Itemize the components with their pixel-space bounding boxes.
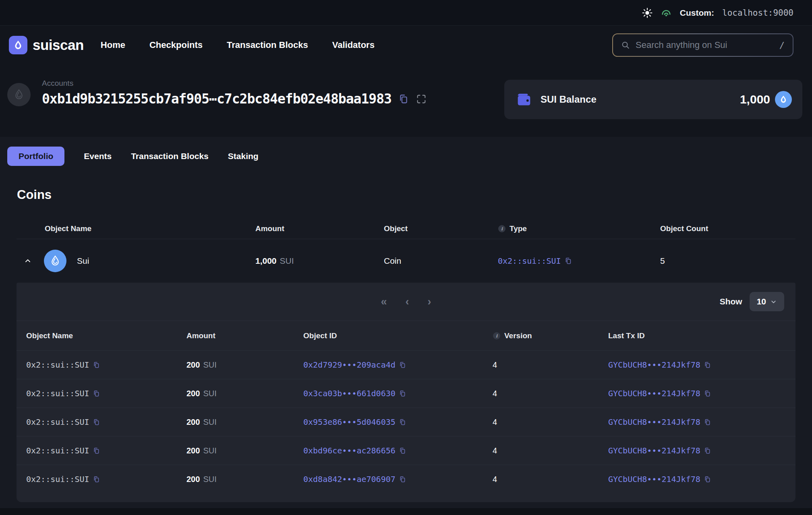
network-endpoint[interactable]: localhost:9000 bbox=[722, 8, 793, 18]
copy-type-icon[interactable] bbox=[564, 257, 572, 265]
last-tx-link[interactable]: GYCbUCH8•••214Jkf78 bbox=[608, 446, 700, 455]
next-page-button[interactable]: › bbox=[428, 296, 431, 307]
page-size-value: 10 bbox=[757, 297, 766, 306]
nav-home[interactable]: Home bbox=[101, 40, 125, 50]
copy-object-id-icon[interactable] bbox=[399, 390, 406, 397]
copy-object-type-icon[interactable] bbox=[93, 361, 100, 369]
version-info-icon[interactable]: i bbox=[493, 332, 501, 340]
object-version: 4 bbox=[493, 389, 608, 398]
nav-validators[interactable]: Validators bbox=[332, 40, 375, 50]
object-amount-unit: SUI bbox=[203, 389, 216, 398]
sui-drop-icon bbox=[13, 40, 23, 50]
nav-transaction-blocks[interactable]: Transaction Blocks bbox=[227, 40, 308, 50]
network-signal-icon[interactable] bbox=[661, 7, 672, 19]
top-section: Custom: localhost:9000 suiscan Home Chec… bbox=[0, 0, 812, 137]
coin-object-count: 5 bbox=[660, 256, 795, 266]
col-object-count: Object Count bbox=[660, 224, 795, 233]
copy-last-tx-icon[interactable] bbox=[704, 476, 711, 483]
object-row: 0x2::sui::SUI 200SUI 0x2d7929•••209aca4d… bbox=[17, 350, 795, 379]
coin-row-sui: Sui 1,000SUI Coin 0x2::sui::SUI 5 bbox=[17, 239, 795, 283]
object-amount: 200 bbox=[186, 360, 200, 369]
last-tx-link[interactable]: GYCbUCH8•••214Jkf78 bbox=[608, 360, 700, 370]
object-amount: 200 bbox=[186, 418, 200, 426]
prev-page-button[interactable]: ‹ bbox=[406, 296, 409, 307]
col-amount: Amount bbox=[255, 224, 384, 233]
type-info-icon[interactable]: i bbox=[498, 225, 506, 233]
balance-label: SUI Balance bbox=[541, 94, 597, 105]
object-id-link[interactable]: 0x953e86•••5d046035 bbox=[303, 417, 396, 427]
tab-transaction-blocks[interactable]: Transaction Blocks bbox=[131, 151, 209, 161]
main-content: Portfolio Events Transaction Blocks Stak… bbox=[0, 137, 812, 515]
copy-address-icon[interactable] bbox=[398, 93, 409, 105]
chevron-down-icon bbox=[770, 298, 777, 305]
object-amount-unit: SUI bbox=[203, 360, 216, 369]
coin-object-kind: Coin bbox=[384, 256, 498, 266]
object-amount: 200 bbox=[186, 475, 200, 484]
wallet-icon bbox=[515, 90, 533, 109]
account-tabs: Portfolio Events Transaction Blocks Stak… bbox=[0, 137, 812, 166]
search-input[interactable] bbox=[636, 40, 774, 50]
coin-amount-unit: SUI bbox=[280, 256, 294, 265]
account-avatar bbox=[7, 83, 31, 106]
network-label[interactable]: Custom: bbox=[680, 8, 714, 18]
object-id-link[interactable]: 0x2d7929•••209aca4d bbox=[303, 360, 396, 370]
header: suiscan Home Checkpoints Transaction Blo… bbox=[0, 26, 812, 64]
tab-portfolio[interactable]: Portfolio bbox=[7, 147, 64, 166]
coin-type-link[interactable]: 0x2::sui::SUI bbox=[498, 256, 561, 266]
topbar: Custom: localhost:9000 bbox=[0, 0, 812, 26]
last-tx-link[interactable]: GYCbUCH8•••214Jkf78 bbox=[608, 417, 700, 427]
object-amount-unit: SUI bbox=[203, 418, 216, 426]
tab-events[interactable]: Events bbox=[84, 151, 112, 161]
last-tx-link[interactable]: GYCbUCH8•••214Jkf78 bbox=[608, 474, 700, 484]
object-row: 0x2::sui::SUI 200SUI 0xd8a842•••ae706907… bbox=[17, 465, 795, 493]
copy-object-type-icon[interactable] bbox=[93, 418, 100, 426]
page-size-select[interactable]: 10 bbox=[750, 292, 784, 311]
first-page-button[interactable]: « bbox=[381, 296, 387, 307]
col-object-name: Object Name bbox=[26, 331, 186, 340]
search-icon bbox=[621, 41, 630, 50]
object-version: 4 bbox=[493, 360, 608, 370]
nav-checkpoints[interactable]: Checkpoints bbox=[149, 40, 203, 50]
theme-sun-icon[interactable] bbox=[642, 8, 652, 18]
balance-value: 1,000 bbox=[740, 93, 770, 106]
object-amount-unit: SUI bbox=[203, 475, 216, 484]
copy-object-id-icon[interactable] bbox=[399, 447, 406, 455]
object-id-link[interactable]: 0xbd96ce•••ac286656 bbox=[303, 446, 396, 455]
object-type: 0x2::sui::SUI bbox=[26, 360, 89, 370]
copy-last-tx-icon[interactable] bbox=[704, 361, 711, 369]
coin-amount: 1,000 bbox=[255, 256, 277, 265]
copy-object-id-icon[interactable] bbox=[399, 476, 406, 483]
search-shortcut-hint: / bbox=[779, 40, 785, 50]
last-tx-link[interactable]: GYCbUCH8•••214Jkf78 bbox=[608, 389, 700, 398]
object-version: 4 bbox=[493, 475, 608, 484]
copy-last-tx-icon[interactable] bbox=[704, 447, 711, 455]
suiscan-logo[interactable] bbox=[9, 36, 27, 54]
copy-object-id-icon[interactable] bbox=[399, 361, 406, 369]
object-row: 0x2::sui::SUI 200SUI 0x3ca03b•••661d0630… bbox=[17, 379, 795, 407]
breadcrumb: Accounts bbox=[42, 79, 427, 88]
expand-address-icon[interactable] bbox=[416, 93, 427, 105]
sui-coin-icon bbox=[775, 91, 792, 108]
copy-object-type-icon[interactable] bbox=[93, 390, 100, 397]
object-id-link[interactable]: 0xd8a842•••ae706907 bbox=[303, 474, 396, 484]
sui-token-icon bbox=[44, 250, 66, 272]
copy-last-tx-icon[interactable] bbox=[704, 418, 711, 426]
copy-object-type-icon[interactable] bbox=[93, 447, 100, 455]
object-type: 0x2::sui::SUI bbox=[26, 474, 89, 484]
object-row: 0x2::sui::SUI 200SUI 0xbd96ce•••ac286656… bbox=[17, 436, 795, 465]
brand-name[interactable]: suiscan bbox=[33, 37, 84, 53]
collapse-chevron-icon[interactable] bbox=[17, 257, 39, 265]
object-id-link[interactable]: 0x3ca03b•••661d0630 bbox=[303, 389, 396, 398]
copy-object-type-icon[interactable] bbox=[93, 476, 100, 483]
object-amount: 200 bbox=[186, 446, 200, 455]
objects-table-header: Object Name Amount Object ID i Version L… bbox=[17, 321, 795, 350]
sui-balance-card: SUI Balance 1,000 bbox=[504, 80, 802, 119]
object-type: 0x2::sui::SUI bbox=[26, 417, 89, 427]
copy-object-id-icon[interactable] bbox=[399, 418, 406, 426]
col-version: Version bbox=[504, 331, 532, 340]
show-label: Show bbox=[720, 297, 742, 306]
tab-staking[interactable]: Staking bbox=[228, 151, 259, 161]
copy-last-tx-icon[interactable] bbox=[704, 390, 711, 397]
col-object: Object bbox=[384, 224, 498, 233]
object-type: 0x2::sui::SUI bbox=[26, 389, 89, 398]
